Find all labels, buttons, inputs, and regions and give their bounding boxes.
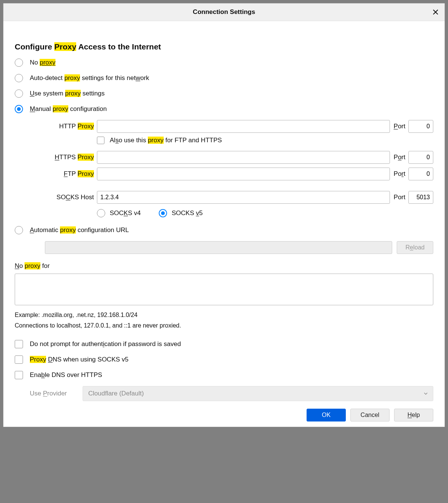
localhost-note: Connections to localhost, 127.0.0.1, and… <box>15 322 433 329</box>
socks-version-row: SOCKS v4 SOCKS v5 <box>97 209 433 217</box>
radio-socks-v4[interactable] <box>97 209 105 217</box>
no-proxy-for-input[interactable] <box>15 274 433 305</box>
http-port-input[interactable] <box>408 120 433 133</box>
http-proxy-label: HTTP Proxy <box>30 123 97 130</box>
close-button[interactable] <box>430 7 441 17</box>
titlebar: Connection Settings <box>3 3 445 21</box>
radio-no-proxy[interactable] <box>15 58 23 67</box>
checkbox-also-use[interactable] <box>97 137 104 144</box>
also-use-row: Also use this proxy for FTP and HTTPS <box>97 137 433 144</box>
radio-autodetect-row: Auto-detect proxy settings for this netw… <box>15 74 433 83</box>
cancel-button[interactable]: Cancel <box>350 409 390 421</box>
radio-auto-url[interactable] <box>15 226 23 234</box>
help-button[interactable]: Help <box>394 409 433 421</box>
no-proxy-for-label: No proxy for <box>15 262 433 270</box>
radio-system-label: Use system proxy settings <box>30 90 104 97</box>
checkbox-noauth-row: Do not prompt for authentication if pass… <box>15 340 433 349</box>
socks-host-row: SOCKS Host Port <box>30 191 433 204</box>
radio-system-row: Use system proxy settings <box>15 89 433 98</box>
radio-no-proxy-label: No proxy <box>30 59 55 66</box>
checkbox-noauth-label: Do not prompt for authentication if pass… <box>30 340 181 348</box>
https-port-input[interactable] <box>408 151 433 164</box>
also-use-label: Also use this proxy for FTP and HTTPS <box>110 137 222 144</box>
provider-select: Cloudflare (Default) <box>83 386 433 401</box>
checkbox-noauth[interactable] <box>15 340 23 348</box>
checkbox-proxydns[interactable] <box>15 355 23 364</box>
manual-proxy-fields: HTTP Proxy Port Also use this proxy for … <box>30 120 433 217</box>
socks-v5-label: SOCKS v5 <box>172 209 203 217</box>
ok-button[interactable]: OK <box>307 409 346 421</box>
https-port-label: Port <box>390 154 408 161</box>
connection-settings-dialog: Connection Settings Configure Proxy Acce… <box>3 3 445 427</box>
ftp-proxy-row: FTP Proxy Port <box>30 168 433 180</box>
socks-port-input[interactable] <box>408 191 433 204</box>
no-proxy-example: Example: .mozilla.org, .net.nz, 192.168.… <box>15 312 433 318</box>
radio-auto-url-row: Automatic proxy configuration URL <box>15 226 433 235</box>
radio-no-proxy-row: No proxy <box>15 58 433 67</box>
ftp-proxy-input[interactable] <box>97 168 390 180</box>
provider-row: Use Provider Cloudflare (Default) <box>30 386 433 401</box>
http-proxy-row: HTTP Proxy Port <box>30 120 433 133</box>
checkbox-doh-label: Enable DNS over HTTPS <box>30 371 102 379</box>
radio-autodetect-label: Auto-detect proxy settings for this netw… <box>30 74 149 82</box>
radio-manual-row: Manual proxy configuration <box>15 105 433 114</box>
ftp-port-input[interactable] <box>408 168 433 180</box>
checkbox-doh[interactable] <box>15 371 23 379</box>
dialog-title: Connection Settings <box>193 8 255 16</box>
socks-host-label: SOCKS Host <box>30 194 97 201</box>
content-area: Configure Proxy Access to the Internet N… <box>3 21 445 427</box>
checkbox-proxydns-row: Proxy DNS when using SOCKS v5 <box>15 355 433 364</box>
socks-port-label: Port <box>390 194 408 201</box>
https-proxy-label: HTTPS Proxy <box>30 154 97 161</box>
radio-socks-v5[interactable] <box>159 209 167 217</box>
radio-auto-url-label: Automatic proxy configuration URL <box>30 226 129 234</box>
dialog-footer: OK Cancel Help <box>15 409 433 421</box>
http-port-label: Port <box>390 123 408 130</box>
section-heading: Configure Proxy Access to the Internet <box>15 42 433 51</box>
reload-button: Reload <box>397 241 433 254</box>
provider-label: Use Provider <box>30 390 78 397</box>
auto-url-field-row: Reload <box>45 241 433 254</box>
radio-manual-label: Manual proxy configuration <box>30 105 107 113</box>
checkbox-doh-row: Enable DNS over HTTPS <box>15 371 433 380</box>
auto-url-input <box>45 241 392 254</box>
http-proxy-input[interactable] <box>97 120 390 133</box>
ftp-port-label: Port <box>390 170 408 178</box>
socks-host-input[interactable] <box>97 191 390 204</box>
radio-manual[interactable] <box>15 105 23 113</box>
https-proxy-input[interactable] <box>97 151 390 164</box>
ftp-proxy-label: FTP Proxy <box>30 170 97 178</box>
close-icon <box>433 9 439 15</box>
radio-autodetect[interactable] <box>15 74 23 82</box>
https-proxy-row: HTTPS Proxy Port <box>30 151 433 164</box>
provider-select-wrap: Cloudflare (Default) <box>83 386 433 401</box>
radio-system[interactable] <box>15 89 23 98</box>
checkbox-proxydns-label: Proxy DNS when using SOCKS v5 <box>30 356 129 363</box>
socks-v4-label: SOCKS v4 <box>110 209 141 217</box>
